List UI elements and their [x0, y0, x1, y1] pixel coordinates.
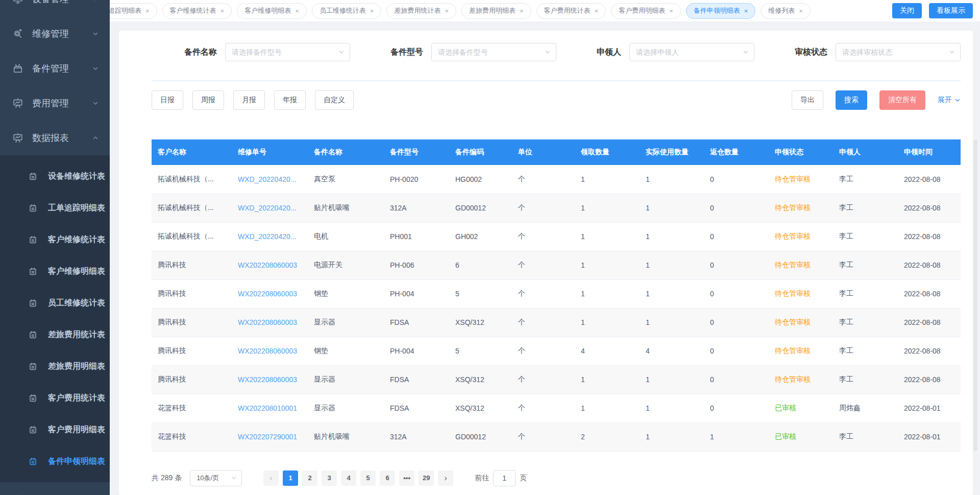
close-tab-icon[interactable]: ×	[595, 7, 599, 15]
order-link[interactable]: WXD_20220420...	[232, 165, 308, 194]
applicant-label: 申领人	[597, 47, 621, 58]
sidebar-menu: 设备管理 维修管理 备件管理	[0, 0, 110, 495]
order-link[interactable]: WXD_20220420...	[232, 222, 308, 251]
chart-board-icon	[12, 98, 23, 109]
notepad-icon	[28, 267, 38, 276]
page-button-1[interactable]: 1	[283, 470, 298, 486]
sidebar-item-workorder-tracking-detail[interactable]: 工单追踪明细表	[0, 192, 110, 224]
close-tab-icon[interactable]: ×	[220, 7, 225, 15]
page-button-29[interactable]: 29	[419, 470, 434, 486]
tab-employee-repair-stats[interactable]: 员工维修统计表×	[312, 3, 382, 19]
sidebar-item-device-repair-stats[interactable]: 设备维修统计表	[0, 160, 110, 192]
chevron-down-icon	[544, 49, 551, 56]
sidebar-item-customer-expense-stats[interactable]: 客户费用统计表	[0, 382, 110, 414]
order-link[interactable]: WX202208060003	[232, 337, 308, 365]
page-button-2[interactable]: 2	[302, 470, 317, 486]
tab-repair-list[interactable]: 维修列表×	[761, 3, 811, 19]
page-button-3[interactable]: 3	[322, 470, 337, 486]
sidebar-item-travel-expense-stats[interactable]: 差旅费用统计表	[0, 319, 110, 350]
order-link[interactable]: WXD_20220420...	[232, 194, 308, 222]
order-link[interactable]: WX202208010001	[232, 394, 308, 422]
sidebar-item-customer-repair-stats[interactable]: 客户维修统计表	[0, 224, 110, 255]
sidebar-item-parts-mgmt[interactable]: 备件管理	[0, 51, 110, 86]
tab-customer-repair-detail[interactable]: 客户维修明细表×	[237, 3, 307, 19]
sidebar-item-employee-repair-stats[interactable]: 员工维修统计表	[0, 287, 110, 319]
more-pages-button[interactable]: •••	[399, 470, 414, 486]
custom-period-button[interactable]: 自定义	[315, 90, 354, 110]
col-part-model: 备件型号	[384, 139, 449, 165]
part-model-input[interactable]	[431, 43, 556, 61]
tab-customer-repair-stats[interactable]: 客户维修统计表×	[162, 3, 232, 19]
col-applicant: 申领人	[833, 139, 898, 165]
page-button-6[interactable]: 6	[380, 470, 395, 486]
prev-page-button[interactable]: ‹	[263, 470, 279, 486]
search-button[interactable]: 搜索	[836, 90, 867, 110]
export-button[interactable]: 导出	[792, 90, 823, 110]
col-order: 维修单号	[232, 139, 308, 165]
tab-travel-expense-detail[interactable]: 差旅费用明细表×	[461, 3, 531, 19]
yearly-report-button[interactable]: 年报	[274, 90, 306, 110]
close-tab-icon[interactable]: ×	[445, 7, 449, 15]
close-tab-icon[interactable]: ×	[295, 7, 299, 15]
sidebar-item-parts-request-detail[interactable]: 备件申领明细表	[0, 445, 110, 477]
next-page-button[interactable]: ›	[438, 470, 453, 486]
page-size-select[interactable]: 10条/页	[190, 470, 242, 486]
order-link[interactable]: WX202208060003	[232, 308, 308, 337]
part-name-input[interactable]	[225, 43, 350, 61]
tab-workorder-tracking-detail[interactable]: 工单追踪明细表×	[110, 3, 157, 19]
applicant-input[interactable]	[629, 43, 754, 61]
sidebar-item-travel-expense-detail[interactable]: 差旅费用明细表	[0, 350, 110, 382]
close-tab-icon[interactable]: ×	[520, 7, 524, 15]
order-link[interactable]: WX202208060003	[232, 279, 308, 308]
table-scrollbar[interactable]	[973, 139, 977, 451]
jump-page-input[interactable]	[493, 470, 516, 486]
weekly-report-button[interactable]: 周报	[192, 90, 224, 110]
sidebar-item-customer-expense-detail[interactable]: 客户费用明细表	[0, 414, 110, 445]
audit-status-select[interactable]	[836, 43, 961, 61]
col-status: 申领状态	[769, 139, 833, 165]
status-badge: 待仓管审核	[769, 222, 833, 251]
order-link[interactable]: WX202208060003	[232, 251, 308, 279]
audit-status-input[interactable]	[836, 43, 961, 61]
sidebar-item-system-settings[interactable]: 系统设置	[0, 482, 110, 495]
clear-all-button[interactable]: 清空所有	[879, 90, 925, 110]
page-button-5[interactable]: 5	[360, 470, 376, 486]
col-returned-qty: 返仓数量	[704, 139, 769, 165]
col-used-qty: 实际使用数量	[640, 139, 704, 165]
page-jumper: 前往 页	[475, 470, 527, 486]
notepad-icon	[28, 172, 38, 181]
tab-parts-request-detail[interactable]: 备件申领明细表×	[686, 3, 756, 19]
notepad-icon	[28, 362, 38, 371]
order-link[interactable]: WX202207290001	[232, 422, 308, 451]
applicant-select[interactable]	[629, 43, 754, 61]
page-button-4[interactable]: 4	[341, 470, 356, 486]
total-count: 共 289 条	[152, 474, 182, 483]
close-tab-icon[interactable]: ×	[669, 7, 673, 15]
board-display-button[interactable]: 看板展示	[929, 3, 973, 18]
close-tab-icon[interactable]: ×	[370, 7, 374, 15]
sidebar-item-repair-mgmt[interactable]: 维修管理	[0, 16, 110, 51]
close-tab-icon[interactable]: ×	[744, 7, 748, 15]
close-tab-icon[interactable]: ×	[799, 7, 803, 15]
daily-report-button[interactable]: 日报	[152, 90, 183, 110]
sidebar-item-data-reports[interactable]: 数据报表	[0, 121, 110, 155]
part-model-select[interactable]	[431, 43, 556, 61]
chevron-down-icon	[948, 49, 955, 56]
monthly-report-button[interactable]: 月报	[233, 90, 265, 110]
tab-travel-expense-stats[interactable]: 差旅费用统计表×	[386, 3, 456, 19]
sidebar-item-customer-repair-detail[interactable]: 客户维修明细表	[0, 255, 110, 287]
expand-toggle[interactable]: 展开	[938, 96, 961, 105]
magnifier-gear-icon	[12, 28, 23, 39]
table-row: 腾讯科技 WX202208060003 电源开关 PH-006 6 个 1 1 …	[152, 251, 961, 279]
tab-customer-expense-detail[interactable]: 客户费用明细表×	[611, 3, 681, 19]
sidebar-item-expense-mgmt[interactable]: 费用管理	[0, 86, 110, 121]
order-link[interactable]: WX202208060003	[232, 365, 308, 394]
close-button[interactable]: 关闭	[892, 3, 922, 18]
close-tab-icon[interactable]: ×	[145, 7, 150, 15]
sidebar-item-equipment-mgmt[interactable]: 设备管理	[0, 0, 110, 16]
part-name-select[interactable]	[225, 43, 350, 61]
table-row: 腾讯科技 WX202208060003 钢垫 PH-004 5 个 4 4 0 …	[152, 337, 961, 365]
part-name-label: 备件名称	[184, 47, 217, 58]
tab-customer-expense-stats[interactable]: 客户费用统计表×	[536, 3, 606, 19]
filter-applicant: 申领人	[597, 43, 754, 61]
